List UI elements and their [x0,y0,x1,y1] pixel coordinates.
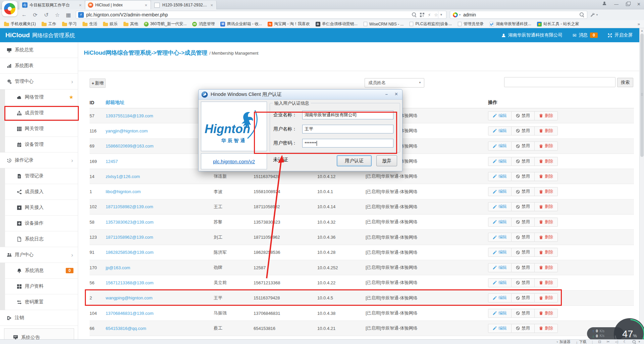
search-query-text[interactable]: admin [463,12,580,17]
edit-button[interactable]: 编辑 [488,278,512,287]
cell-email-link[interactable]: libo@hignton.com [106,189,214,194]
bookmark-item[interactable]: 腾讯企业邮箱 - 收... [220,21,262,27]
delete-button[interactable]: 删除 [535,218,558,227]
abandon-button[interactable]: 放弃 [376,155,397,166]
messages-menu[interactable]: ✉ 消息 0 [573,32,598,38]
edit-button[interactable]: 编辑 [488,293,512,302]
disable-button[interactable]: 禁用 [512,218,535,227]
browser-tab[interactable]: 今目标互联网工作平台 × [19,1,85,9]
maximize-button[interactable] [626,3,630,6]
sidebar-item-注销[interactable]: 注销 [0,310,78,326]
cleaner-icon[interactable]: ✂ [607,340,610,344]
delete-button[interactable]: 删除 [535,293,558,302]
disable-button[interactable]: 禁用 [512,141,535,151]
delete-button[interactable]: 删除 [535,157,558,166]
disable-button[interactable]: 禁用 [512,187,535,196]
tools-menu[interactable]: ▼ [590,12,598,17]
bookmarks-overflow-icon[interactable]: » [638,21,640,26]
bookmark-item[interactable]: 360导航_新一代安... [144,21,187,27]
scrollbar-thumb[interactable] [640,34,644,157]
sidebar-item-设备操作[interactable]: 设备操作 [0,216,78,231]
tab-close-icon[interactable]: × [144,3,148,8]
table-row[interactable]: 123 18711058962@139.com 刘工 18711058962 1… [90,230,634,245]
back-icon[interactable]: ← [21,12,28,18]
delete-button[interactable]: 删除 [535,172,558,181]
sidebar-item-管理中心[interactable]: 管理中心 › [0,74,78,90]
sidebar-item-用户中心[interactable]: 用户中心 › [0,247,78,263]
bookmark-item[interactable]: WiseCRM NBS - ... [363,22,404,26]
dialog-link[interactable]: plc.hignton.com/v2 [213,159,255,164]
tab-close-icon[interactable]: × [210,3,214,8]
edit-button[interactable]: 编辑 [488,202,512,211]
sidebar-item-操作记录[interactable]: 操作记录 › [0,153,78,168]
tab-close-icon[interactable]: × [78,3,82,8]
sidebar-item-系统图表[interactable]: 系统图表 [0,58,78,74]
authenticate-button[interactable]: 用户认证 [337,155,372,166]
url-text[interactable]: plc.hignton.com/V2/admin-member.php [86,12,412,17]
cell-email-link[interactable]: 13706846831@139.com [106,311,214,316]
reload-icon[interactable]: ⟳ [32,12,39,18]
dialog-titlebar[interactable]: Hinode Windows Client 用户认证 – ✕ [199,90,402,100]
zoom-control[interactable]: ▼ [632,340,641,344]
bookmark-item[interactable]: 消息管理 [192,21,215,27]
table-row[interactable]: 91 18628258536@139.com 陈洪军 18628258536 1… [90,245,634,260]
member-filter-select[interactable]: 成员姓名 [365,78,424,88]
bookmark-item[interactable]: 手机收藏夹(1) [4,21,36,27]
bookmark-item[interactable]: 学习 [62,21,77,27]
delete-button[interactable]: 删除 [535,126,558,135]
sidebar-item-系统日志[interactable]: 系统日志 [0,231,78,247]
sidebar-item-成员管理[interactable]: 成员管理 [0,105,78,121]
cell-email-link[interactable]: 15671213368@139.com [106,280,214,285]
table-row[interactable]: 102 18711058982@139.com 王工 18711058982 1… [90,199,634,215]
announce-icon[interactable]: ◁ [615,340,618,344]
bookmark-item[interactable]: PLC远程监控|设备... [409,21,451,27]
address-bar[interactable]: ⚡ plc.hignton.com/V2/admin-member.php ⚡ … [76,11,446,19]
table-row[interactable]: 170 jp@163.com 劲牌 12587 10.0.4.252 [已启用]… [90,260,634,275]
edit-button[interactable]: 编辑 [488,309,512,318]
sidebar-item-管理记录[interactable]: 管理记录 [0,168,78,184]
accelerator-button[interactable]: ◔ 加速器 [556,339,571,344]
screenshot-icon[interactable]: ⊡ [598,340,601,344]
table-row[interactable]: 56 15671213368@139.com 吴立前 15671213368 1… [90,275,634,290]
cell-email-link[interactable]: wangping@hignton.com [106,295,214,300]
company-field-input[interactable]: 湖南华辰智通科技有限公司 [302,111,393,119]
sidebar-item-设备管理[interactable]: 设备管理 [0,137,78,153]
sidebar-item-密码重置[interactable]: 密码重置 [0,294,78,310]
disable-button[interactable]: 禁用 [512,172,535,181]
disable-button[interactable]: 禁用 [512,293,535,302]
sidebar-item-系统总览[interactable]: 系统总览 [0,42,78,58]
night-mode-icon[interactable]: ☾ [623,340,627,344]
table-row[interactable]: 1 libo@hignton.com 李波 15581008924 10.0.4… [90,184,634,199]
qr-code-icon[interactable] [420,13,424,17]
bookmark-item[interactable]: 站长工具 - 站长之家 [537,21,579,27]
cell-email-link[interactable]: 654153816@qq.com [106,326,214,331]
bookmark-star-icon[interactable]: ☆ [434,12,438,17]
edit-button[interactable]: 编辑 [488,141,512,151]
disable-button[interactable]: 禁用 [512,111,535,120]
sidebar-item-网关管理[interactable]: 网关管理 [0,121,78,137]
bookmark-item[interactable]: 生活 [83,21,97,27]
dialog-minimize-icon[interactable]: – [385,92,388,97]
bookmark-item[interactable]: 管理员登录 [458,21,484,27]
delete-button[interactable]: 删除 [535,263,558,272]
sidebar-item-网关接入[interactable]: 网关接入 [0,200,78,216]
bookmark-item[interactable]: 工作 [42,21,56,27]
page-scrollbar[interactable]: ▲ ▼ [639,28,644,339]
delete-button[interactable]: 删除 [535,248,558,257]
edit-button[interactable]: 编辑 [488,233,512,242]
disable-button[interactable]: 禁用 [512,248,535,257]
disable-button[interactable]: 禁用 [512,309,535,318]
delete-button[interactable]: 删除 [535,141,558,151]
lightning-icon[interactable]: ⚡ [428,12,431,17]
scroll-up-icon[interactable]: ▲ [640,29,644,32]
delete-button[interactable]: 删除 [535,324,558,333]
edit-button[interactable]: 编辑 [488,263,512,272]
edit-button[interactable]: 编辑 [488,126,512,135]
password-field-input[interactable]: ******* [302,139,393,148]
sidebar-item-用户资料[interactable]: 用户资料 [0,279,78,294]
bookmark-item[interactable]: 湖南华辰智通科技... [489,21,531,27]
disable-button[interactable]: 禁用 [512,263,535,272]
sidebar-item-成员接入[interactable]: 成员接入 [0,184,78,200]
browser-account-icon[interactable] [602,1,607,7]
url-dropdown-icon[interactable]: ▼ [438,11,444,19]
